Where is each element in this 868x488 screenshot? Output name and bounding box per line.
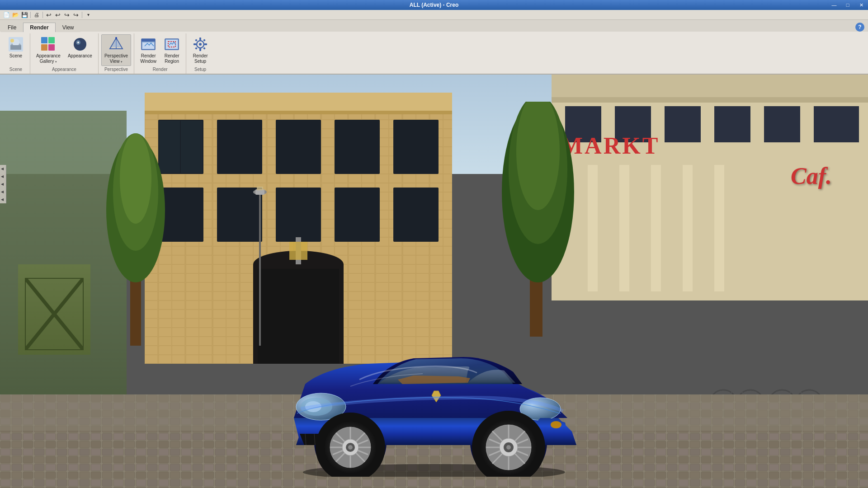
render-window-icon [140, 36, 156, 52]
ribbon-group-scene: Scene Scene [2, 33, 30, 74]
ribbon-group-appearance-items: AppearanceGallery ▾ Appearance [33, 34, 95, 66]
maximize-button[interactable]: □ [841, 0, 854, 10]
gate-pattern [25, 278, 84, 350]
svg-rect-30 [203, 39, 206, 42]
svg-point-92 [120, 133, 151, 224]
menu-tabs: File Render View [0, 20, 868, 32]
svg-rect-71 [714, 106, 750, 142]
appearance-button[interactable]: Appearance [65, 34, 95, 61]
svg-rect-72 [764, 106, 800, 142]
tab-view[interactable]: View [56, 23, 81, 32]
svg-rect-31 [195, 47, 198, 50]
svg-point-146 [551, 421, 561, 428]
ribbon-group-setup: RenderSetup Setup [186, 33, 214, 74]
ribbon-group-appearance: AppearanceGallery ▾ Appearance Appearanc… [30, 33, 99, 74]
svg-rect-52 [276, 188, 321, 242]
svg-rect-62 [619, 165, 629, 291]
separator [82, 12, 82, 18]
appearance-group-label: Appearance [33, 67, 95, 73]
redo2-button[interactable]: ↪ [71, 11, 80, 19]
left-panel: ◀ ◀ ◀ ◀ ◀ [0, 165, 6, 203]
svg-rect-70 [665, 106, 701, 142]
appearance-gallery-button[interactable]: AppearanceGallery ▾ [33, 34, 64, 66]
print-button[interactable]: 🖨 [32, 11, 41, 19]
perspective-icon [108, 36, 124, 52]
svg-point-9 [74, 38, 86, 51]
svg-rect-67 [552, 97, 868, 103]
svg-rect-32 [203, 47, 206, 50]
undo2-button[interactable]: ↩ [53, 11, 62, 19]
help-button[interactable]: ? [855, 23, 864, 32]
render-setup-icon [192, 36, 208, 52]
ribbon-group-render-items: RenderWindow RenderRegion [137, 34, 183, 66]
svg-rect-48 [335, 120, 380, 174]
new-button[interactable]: 📄 [2, 11, 11, 19]
street-lamp [253, 174, 267, 346]
svg-rect-5 [41, 37, 47, 43]
undo-button[interactable]: ↩ [44, 11, 53, 19]
svg-rect-97 [259, 192, 261, 346]
perspective-view-button[interactable]: PerspectiveView ▾ [101, 34, 131, 66]
svg-rect-8 [48, 44, 55, 51]
panel-arrow-3[interactable]: ◀ [0, 180, 6, 188]
svg-rect-100 [257, 187, 263, 190]
svg-rect-65 [714, 165, 724, 291]
render-region-icon [164, 36, 180, 52]
render-setup-button[interactable]: RenderSetup [189, 34, 212, 66]
render-window-button[interactable]: RenderWindow [137, 34, 160, 66]
open-button[interactable]: 📂 [11, 11, 20, 19]
svg-rect-25 [199, 38, 201, 40]
svg-rect-45 [181, 121, 203, 173]
panel-arrow-2[interactable]: ◀ [0, 173, 6, 180]
viewport: MARKT Caf. [0, 75, 868, 488]
render-window-label: RenderWindow [140, 53, 156, 64]
close-button[interactable]: ✕ [854, 0, 868, 10]
ribbon-group-setup-items: RenderSetup [189, 34, 212, 66]
setup-group-label: Setup [189, 67, 212, 73]
svg-rect-59 [289, 242, 307, 260]
scene-button[interactable]: Scene [5, 34, 27, 61]
save-button[interactable]: 💾 [20, 11, 29, 19]
panel-arrow-5[interactable]: ◀ [0, 196, 6, 203]
render-region-label: RenderRegion [165, 53, 179, 64]
svg-rect-61 [588, 165, 598, 291]
appearance-gallery-icon [40, 36, 57, 52]
svg-point-4 [10, 39, 14, 42]
svg-rect-64 [683, 165, 693, 291]
appearance-gallery-label: AppearanceGallery ▾ [36, 53, 61, 64]
perspective-label: PerspectiveView ▾ [104, 53, 128, 64]
ribbon-group-perspective-items: PerspectiveView ▾ [101, 34, 131, 66]
tab-file[interactable]: File [1, 23, 23, 32]
svg-rect-46 [217, 120, 262, 174]
svg-rect-27 [193, 43, 196, 45]
extra-button[interactable]: ▾ [84, 11, 93, 19]
window-controls: — □ ✕ [827, 0, 868, 10]
panel-arrow-4[interactable]: ◀ [0, 188, 6, 196]
svg-rect-26 [199, 48, 201, 51]
svg-line-79 [732, 376, 737, 385]
scene-icon [8, 36, 24, 52]
ribbon: Scene Scene AppearanceGallery ▾ [0, 32, 868, 75]
svg-rect-47 [276, 120, 321, 174]
separator [42, 12, 43, 18]
panel-arrow-1[interactable]: ◀ [0, 165, 6, 173]
svg-rect-6 [48, 37, 55, 43]
svg-point-24 [199, 43, 202, 46]
redo-button[interactable]: ↪ [62, 11, 71, 19]
render-region-button[interactable]: RenderRegion [160, 34, 183, 66]
cafe-sign: Caf. [791, 163, 832, 189]
appearance-label: Appearance [68, 53, 92, 59]
svg-rect-19 [142, 42, 154, 49]
ribbon-group-perspective: PerspectiveView ▾ Perspective [99, 33, 134, 74]
tab-render[interactable]: Render [23, 23, 55, 32]
minimize-button[interactable]: — [827, 0, 841, 10]
svg-point-131 [348, 445, 353, 450]
svg-rect-3 [10, 45, 21, 50]
svg-rect-54 [393, 188, 439, 242]
svg-rect-7 [41, 44, 47, 51]
scene-group-label: Scene [5, 67, 27, 73]
svg-point-144 [506, 445, 511, 450]
svg-rect-28 [204, 43, 207, 45]
svg-rect-49 [393, 120, 439, 174]
title-bar: ALL (Active) - Creo — □ ✕ [0, 0, 868, 10]
